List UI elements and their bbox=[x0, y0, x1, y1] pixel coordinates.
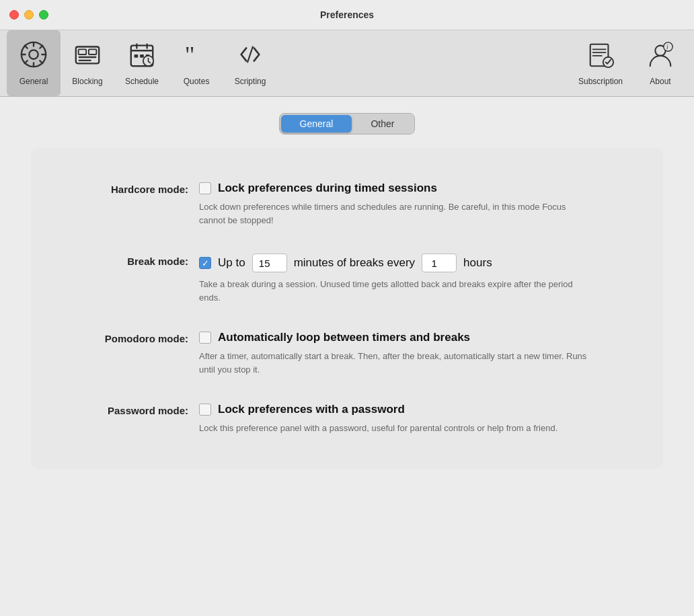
window-controls bbox=[9, 10, 48, 20]
password-title: Lock preferences with a password bbox=[218, 403, 405, 416]
break-suffix: hours bbox=[463, 256, 492, 270]
segment-other[interactable]: Other bbox=[352, 115, 413, 132]
toolbar: General Blocking bbox=[0, 30, 694, 97]
pomodoro-main-row: Automatically loop between timers and br… bbox=[199, 331, 636, 344]
toolbar-item-blocking[interactable]: Blocking bbox=[61, 30, 114, 96]
hardcore-title: Lock preferences during timed sessions bbox=[218, 182, 437, 195]
break-content: ✓ Up to minutes of breaks every hours Ta… bbox=[199, 254, 636, 304]
break-middle: minutes of breaks every bbox=[294, 256, 415, 270]
toolbar-spacer bbox=[277, 30, 568, 96]
toolbar-item-subscription[interactable]: Subscription bbox=[568, 30, 633, 96]
password-desc: Lock this preference panel with a passwo… bbox=[199, 422, 589, 435]
preferences-window: Preferences General bbox=[0, 0, 694, 616]
segmented-control: General Other bbox=[279, 113, 416, 134]
toolbar-label-general: General bbox=[20, 77, 48, 86]
toolbar-item-quotes[interactable]: " Quotes bbox=[169, 30, 223, 96]
window-title: Preferences bbox=[320, 9, 374, 20]
toolbar-item-general[interactable]: General bbox=[7, 30, 61, 96]
pomodoro-title: Automatically loop between timers and br… bbox=[218, 331, 470, 344]
pomodoro-checkbox[interactable] bbox=[199, 332, 211, 344]
maximize-button[interactable] bbox=[39, 10, 48, 20]
break-label: Break mode: bbox=[58, 254, 199, 267]
svg-point-1 bbox=[29, 50, 38, 59]
svg-rect-3 bbox=[79, 49, 86, 54]
svg-rect-8 bbox=[134, 54, 139, 58]
break-hours-input[interactable] bbox=[422, 254, 457, 272]
blocking-icon bbox=[73, 40, 102, 73]
password-main-row: Lock preferences with a password bbox=[199, 403, 636, 416]
break-checkbox[interactable]: ✓ bbox=[199, 257, 211, 269]
toolbar-item-scripting[interactable]: Scripting bbox=[223, 30, 277, 96]
password-content: Lock preferences with a password Lock th… bbox=[199, 403, 636, 435]
svg-rect-5 bbox=[79, 60, 91, 61]
pomodoro-label: Pomodoro mode: bbox=[58, 331, 199, 344]
hardcore-checkbox[interactable] bbox=[199, 182, 211, 194]
schedule-icon bbox=[128, 40, 156, 73]
svg-rect-9 bbox=[140, 54, 144, 58]
title-bar: Preferences bbox=[0, 0, 694, 30]
general-icon bbox=[20, 40, 48, 73]
segment-general[interactable]: General bbox=[281, 115, 352, 132]
scripting-icon bbox=[236, 40, 264, 73]
minimize-button[interactable] bbox=[24, 10, 34, 20]
pomodoro-content: Automatically loop between timers and br… bbox=[199, 331, 636, 376]
toolbar-label-about: About bbox=[650, 77, 670, 86]
toolbar-label-subscription: Subscription bbox=[578, 77, 623, 86]
about-icon: i bbox=[646, 40, 674, 73]
toolbar-item-about[interactable]: i About bbox=[633, 30, 687, 96]
svg-rect-4 bbox=[79, 56, 97, 58]
hardcore-label: Hardcore mode: bbox=[58, 182, 199, 195]
content-area: General Other Hardcore mode: Lock prefer… bbox=[0, 97, 694, 616]
hardcore-content: Lock preferences during timed sessions L… bbox=[199, 182, 636, 227]
hardcore-desc: Lock down preferences while timers and s… bbox=[199, 200, 589, 227]
break-desc: Take a break during a session. Unused ti… bbox=[199, 278, 589, 304]
password-checkbox[interactable] bbox=[199, 403, 211, 416]
toolbar-item-schedule[interactable]: Schedule bbox=[114, 30, 169, 96]
setting-row-password: Password mode: Lock preferences with a p… bbox=[58, 389, 636, 449]
setting-row-break: Break mode: ✓ Up to minutes of breaks ev… bbox=[58, 240, 636, 317]
password-label: Password mode: bbox=[58, 403, 199, 416]
subscription-icon bbox=[586, 40, 615, 73]
break-main-row: ✓ Up to minutes of breaks every hours bbox=[199, 254, 636, 272]
setting-row-hardcore: Hardcore mode: Lock preferences during t… bbox=[58, 168, 636, 240]
close-button[interactable] bbox=[9, 10, 19, 20]
settings-panel: Hardcore mode: Lock preferences during t… bbox=[31, 148, 663, 469]
toolbar-label-schedule: Schedule bbox=[125, 77, 159, 86]
toolbar-label-quotes: Quotes bbox=[184, 77, 210, 86]
break-prefix: Up to bbox=[218, 256, 245, 270]
hardcore-main-row: Lock preferences during timed sessions bbox=[199, 182, 636, 195]
toolbar-label-scripting: Scripting bbox=[235, 77, 266, 86]
svg-text:": " bbox=[185, 42, 195, 69]
quotes-icon: " bbox=[182, 40, 210, 73]
setting-row-pomodoro: Pomodoro mode: Automatically loop betwee… bbox=[58, 317, 636, 389]
toolbar-label-blocking: Blocking bbox=[72, 77, 102, 86]
pomodoro-desc: After a timer, automatically start a bre… bbox=[199, 350, 589, 376]
svg-text:i: i bbox=[666, 43, 668, 50]
break-minutes-input[interactable] bbox=[252, 254, 287, 272]
svg-rect-6 bbox=[89, 49, 96, 54]
